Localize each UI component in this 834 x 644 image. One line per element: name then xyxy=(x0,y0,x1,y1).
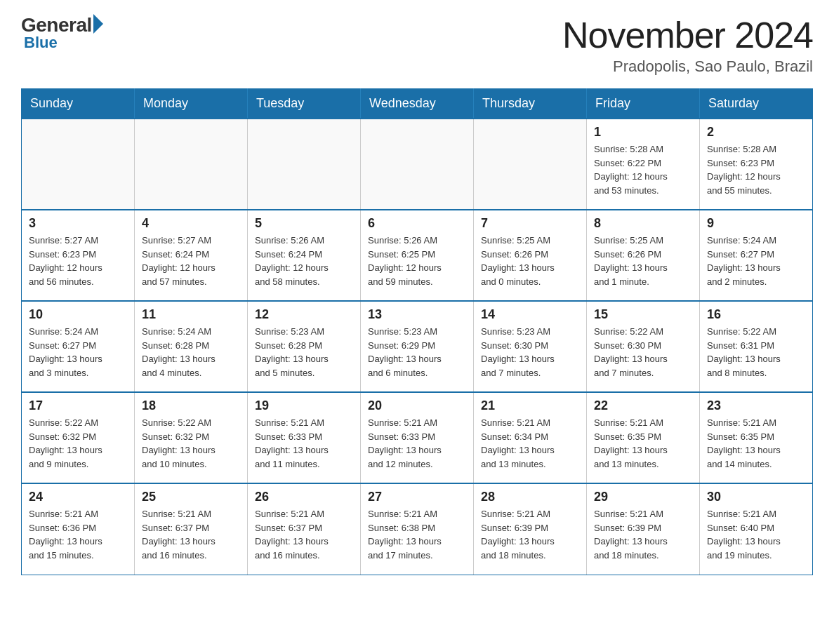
day-info: Sunrise: 5:25 AMSunset: 6:26 PMDaylight:… xyxy=(481,234,579,288)
day-info: Sunrise: 5:21 AMSunset: 6:39 PMDaylight:… xyxy=(594,507,692,562)
day-info: Sunrise: 5:21 AMSunset: 6:36 PMDaylight:… xyxy=(29,507,127,562)
day-number: 2 xyxy=(707,125,805,140)
day-info: Sunrise: 5:24 AMSunset: 6:28 PMDaylight:… xyxy=(142,325,240,380)
calendar-cell xyxy=(248,119,361,210)
day-number: 10 xyxy=(29,307,127,322)
day-number: 16 xyxy=(707,307,805,322)
day-info: Sunrise: 5:26 AMSunset: 6:24 PMDaylight:… xyxy=(255,234,353,288)
calendar-cell: 7Sunrise: 5:25 AMSunset: 6:26 PMDaylight… xyxy=(474,210,587,301)
day-number: 4 xyxy=(142,216,240,231)
day-info: Sunrise: 5:28 AMSunset: 6:22 PMDaylight:… xyxy=(594,142,692,197)
calendar-cell xyxy=(474,119,587,210)
day-info: Sunrise: 5:27 AMSunset: 6:23 PMDaylight:… xyxy=(29,234,127,288)
day-number: 1 xyxy=(594,125,692,140)
calendar-cell: 8Sunrise: 5:25 AMSunset: 6:26 PMDaylight… xyxy=(587,210,700,301)
day-number: 18 xyxy=(142,398,240,413)
day-number: 9 xyxy=(707,216,805,231)
title-section: November 2024 Pradopolis, Sao Paulo, Bra… xyxy=(562,14,813,76)
calendar-cell: 10Sunrise: 5:24 AMSunset: 6:27 PMDayligh… xyxy=(22,301,135,392)
page-header: General Blue November 2024 Pradopolis, S… xyxy=(21,14,813,76)
calendar-cell: 13Sunrise: 5:23 AMSunset: 6:29 PMDayligh… xyxy=(361,301,474,392)
day-info: Sunrise: 5:21 AMSunset: 6:33 PMDaylight:… xyxy=(368,416,466,471)
day-info: Sunrise: 5:23 AMSunset: 6:28 PMDaylight:… xyxy=(255,325,353,380)
calendar-cell: 18Sunrise: 5:22 AMSunset: 6:32 PMDayligh… xyxy=(135,392,248,483)
logo: General Blue xyxy=(21,14,103,52)
calendar-cell: 12Sunrise: 5:23 AMSunset: 6:28 PMDayligh… xyxy=(248,301,361,392)
calendar-cell: 1Sunrise: 5:28 AMSunset: 6:22 PMDaylight… xyxy=(587,119,700,210)
day-info: Sunrise: 5:27 AMSunset: 6:24 PMDaylight:… xyxy=(142,234,240,288)
day-info: Sunrise: 5:28 AMSunset: 6:23 PMDaylight:… xyxy=(707,142,805,197)
day-number: 13 xyxy=(368,307,466,322)
calendar-cell: 4Sunrise: 5:27 AMSunset: 6:24 PMDaylight… xyxy=(135,210,248,301)
day-number: 24 xyxy=(29,490,127,504)
calendar-cell: 5Sunrise: 5:26 AMSunset: 6:24 PMDaylight… xyxy=(248,210,361,301)
calendar-cell: 27Sunrise: 5:21 AMSunset: 6:38 PMDayligh… xyxy=(361,483,474,575)
day-number: 23 xyxy=(707,398,805,413)
calendar-cell xyxy=(22,119,135,210)
calendar-table: SundayMondayTuesdayWednesdayThursdayFrid… xyxy=(21,88,813,575)
calendar-week-row: 1Sunrise: 5:28 AMSunset: 6:22 PMDaylight… xyxy=(22,119,813,210)
calendar-cell: 16Sunrise: 5:22 AMSunset: 6:31 PMDayligh… xyxy=(700,301,813,392)
day-info: Sunrise: 5:22 AMSunset: 6:31 PMDaylight:… xyxy=(707,325,805,380)
day-number: 12 xyxy=(255,307,353,322)
calendar-cell: 15Sunrise: 5:22 AMSunset: 6:30 PMDayligh… xyxy=(587,301,700,392)
calendar-cell: 28Sunrise: 5:21 AMSunset: 6:39 PMDayligh… xyxy=(474,483,587,575)
calendar-cell: 21Sunrise: 5:21 AMSunset: 6:34 PMDayligh… xyxy=(474,392,587,483)
day-info: Sunrise: 5:24 AMSunset: 6:27 PMDaylight:… xyxy=(29,325,127,380)
calendar-cell: 24Sunrise: 5:21 AMSunset: 6:36 PMDayligh… xyxy=(22,483,135,575)
day-info: Sunrise: 5:21 AMSunset: 6:33 PMDaylight:… xyxy=(255,416,353,471)
day-info: Sunrise: 5:21 AMSunset: 6:35 PMDaylight:… xyxy=(594,416,692,471)
calendar-cell: 3Sunrise: 5:27 AMSunset: 6:23 PMDaylight… xyxy=(22,210,135,301)
day-of-week-wednesday: Wednesday xyxy=(361,89,474,119)
day-of-week-friday: Friday xyxy=(587,89,700,119)
day-info: Sunrise: 5:22 AMSunset: 6:32 PMDaylight:… xyxy=(29,416,127,471)
day-number: 29 xyxy=(594,490,692,504)
day-of-week-tuesday: Tuesday xyxy=(248,89,361,119)
day-number: 3 xyxy=(29,216,127,231)
month-title: November 2024 xyxy=(562,14,813,56)
day-info: Sunrise: 5:21 AMSunset: 6:38 PMDaylight:… xyxy=(368,507,466,562)
day-info: Sunrise: 5:24 AMSunset: 6:27 PMDaylight:… xyxy=(707,234,805,288)
day-number: 21 xyxy=(481,398,579,413)
day-info: Sunrise: 5:26 AMSunset: 6:25 PMDaylight:… xyxy=(368,234,466,288)
calendar-cell: 30Sunrise: 5:21 AMSunset: 6:40 PMDayligh… xyxy=(700,483,813,575)
calendar-cell: 22Sunrise: 5:21 AMSunset: 6:35 PMDayligh… xyxy=(587,392,700,483)
calendar-header-row: SundayMondayTuesdayWednesdayThursdayFrid… xyxy=(22,89,813,119)
calendar-cell: 26Sunrise: 5:21 AMSunset: 6:37 PMDayligh… xyxy=(248,483,361,575)
calendar-cell: 14Sunrise: 5:23 AMSunset: 6:30 PMDayligh… xyxy=(474,301,587,392)
day-info: Sunrise: 5:21 AMSunset: 6:40 PMDaylight:… xyxy=(707,507,805,562)
day-number: 17 xyxy=(29,398,127,413)
day-number: 20 xyxy=(368,398,466,413)
day-number: 25 xyxy=(142,490,240,504)
calendar-cell: 2Sunrise: 5:28 AMSunset: 6:23 PMDaylight… xyxy=(700,119,813,210)
day-info: Sunrise: 5:22 AMSunset: 6:30 PMDaylight:… xyxy=(594,325,692,380)
logo-blue-text: Blue xyxy=(24,34,58,52)
day-of-week-sunday: Sunday xyxy=(22,89,135,119)
day-number: 26 xyxy=(255,490,353,504)
day-of-week-monday: Monday xyxy=(135,89,248,119)
calendar-week-row: 24Sunrise: 5:21 AMSunset: 6:36 PMDayligh… xyxy=(22,483,813,575)
calendar-cell: 6Sunrise: 5:26 AMSunset: 6:25 PMDaylight… xyxy=(361,210,474,301)
day-info: Sunrise: 5:21 AMSunset: 6:34 PMDaylight:… xyxy=(481,416,579,471)
day-number: 30 xyxy=(707,490,805,504)
day-of-week-saturday: Saturday xyxy=(700,89,813,119)
day-number: 27 xyxy=(368,490,466,504)
day-info: Sunrise: 5:21 AMSunset: 6:39 PMDaylight:… xyxy=(481,507,579,562)
day-number: 8 xyxy=(594,216,692,231)
day-info: Sunrise: 5:21 AMSunset: 6:35 PMDaylight:… xyxy=(707,416,805,471)
day-info: Sunrise: 5:22 AMSunset: 6:32 PMDaylight:… xyxy=(142,416,240,471)
calendar-week-row: 10Sunrise: 5:24 AMSunset: 6:27 PMDayligh… xyxy=(22,301,813,392)
calendar-cell: 23Sunrise: 5:21 AMSunset: 6:35 PMDayligh… xyxy=(700,392,813,483)
calendar-week-row: 17Sunrise: 5:22 AMSunset: 6:32 PMDayligh… xyxy=(22,392,813,483)
day-number: 28 xyxy=(481,490,579,504)
calendar-cell xyxy=(135,119,248,210)
calendar-cell: 20Sunrise: 5:21 AMSunset: 6:33 PMDayligh… xyxy=(361,392,474,483)
day-number: 14 xyxy=(481,307,579,322)
location-subtitle: Pradopolis, Sao Paulo, Brazil xyxy=(562,58,813,76)
day-number: 19 xyxy=(255,398,353,413)
calendar-cell: 19Sunrise: 5:21 AMSunset: 6:33 PMDayligh… xyxy=(248,392,361,483)
calendar-week-row: 3Sunrise: 5:27 AMSunset: 6:23 PMDaylight… xyxy=(22,210,813,301)
calendar-cell: 9Sunrise: 5:24 AMSunset: 6:27 PMDaylight… xyxy=(700,210,813,301)
calendar-cell: 17Sunrise: 5:22 AMSunset: 6:32 PMDayligh… xyxy=(22,392,135,483)
day-number: 6 xyxy=(368,216,466,231)
